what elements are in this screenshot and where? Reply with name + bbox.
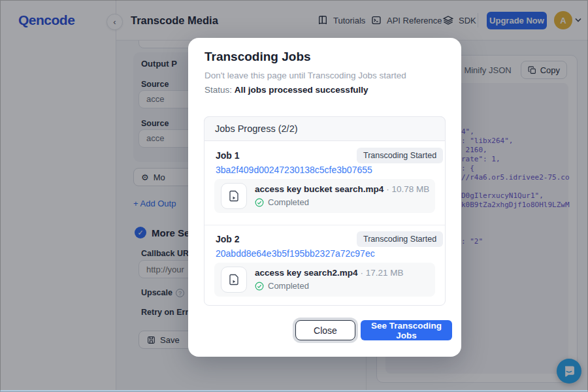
job-1-file-status: Completed: [255, 197, 309, 207]
job-2-id-link[interactable]: 20abdd8e64e3b5f195bb2327a72c97ec: [216, 248, 375, 259]
video-file-icon: [221, 183, 247, 209]
see-transcoding-jobs-button[interactable]: See Transcoding Jobs: [361, 320, 452, 340]
job-1-file-name: access key bucket search.mp4 · 10.78 MB: [255, 184, 429, 194]
check-circle-icon: [255, 282, 264, 291]
close-button[interactable]: Close: [295, 320, 355, 340]
modal-title: Transcoding Jobs: [204, 50, 311, 64]
job-2-status-badge: Transcoding Started: [357, 231, 443, 247]
job-1-name: Job 1: [216, 150, 240, 161]
job-1-id-link[interactable]: 3ba2f409d00247230138c5cfe3b07655: [216, 165, 372, 175]
modal-subtitle: Don't leave this page until Transcoding …: [204, 71, 406, 80]
job-2-file-status: Completed: [255, 281, 309, 291]
job-1-status-badge: Transcoding Started: [357, 148, 443, 163]
video-file-icon: [221, 267, 247, 293]
status-line: Status: All jobs processed successfully: [204, 85, 368, 95]
job-2-file-name: access key search2.mp4 · 17.21 MB: [255, 268, 403, 278]
jobs-divider: [204, 225, 445, 225]
check-circle-icon: [255, 198, 264, 207]
job-2-name: Job 2: [216, 234, 240, 244]
jobs-progress-header: Jobs Progress (2/2): [204, 116, 446, 141]
status-value: All jobs processed successfully: [235, 85, 368, 95]
